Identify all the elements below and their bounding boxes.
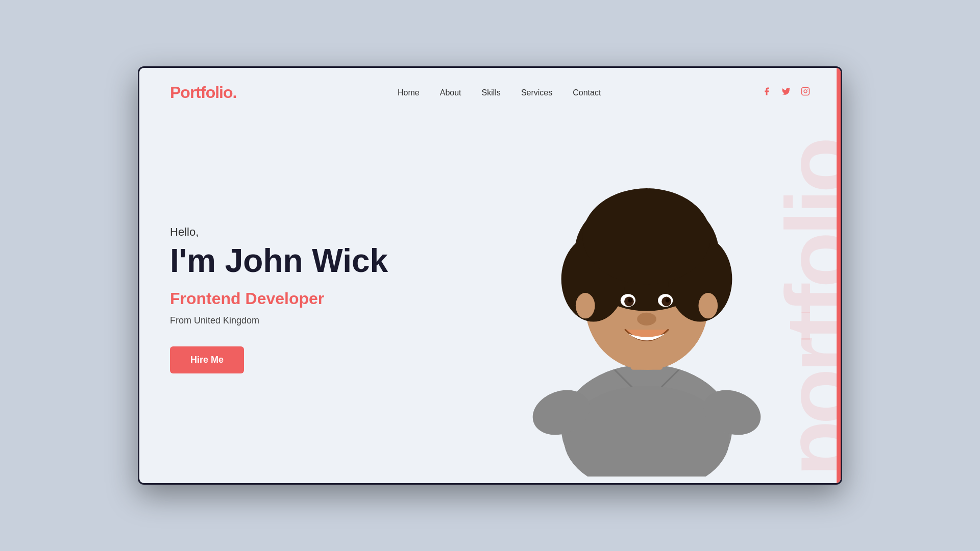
- twitter-icon[interactable]: [781, 87, 791, 98]
- hero-image-area: [494, 130, 800, 477]
- svg-point-14: [666, 298, 670, 303]
- nav-services[interactable]: Services: [521, 88, 552, 97]
- facebook-icon[interactable]: [762, 87, 771, 98]
- logo[interactable]: Portfolio.: [170, 83, 236, 102]
- nav-home[interactable]: Home: [398, 88, 420, 97]
- social-icons-group: [762, 87, 810, 98]
- nav-skills[interactable]: Skills: [482, 88, 501, 97]
- side-accent-bar: [837, 68, 841, 483]
- svg-point-8: [582, 188, 710, 284]
- hero-location: From United Kingdom: [170, 315, 425, 326]
- hero-name: I'm John Wick: [170, 243, 425, 279]
- page-content: Portfolio. Home About Skills Services Co…: [139, 68, 841, 483]
- hero-title: Frontend Developer: [170, 289, 425, 308]
- hero-section: Hello, I'm John Wick Frontend Developer …: [139, 112, 841, 477]
- person-illustration: [494, 130, 800, 477]
- hire-me-button[interactable]: Hire Me: [170, 346, 244, 373]
- browser-frame: Portfolio. Home About Skills Services Co…: [138, 66, 842, 485]
- greeting-text: Hello,: [170, 226, 425, 239]
- instagram-icon[interactable]: [801, 87, 810, 98]
- svg-point-15: [637, 313, 656, 325]
- hero-text-block: Hello, I'm John Wick Frontend Developer …: [170, 215, 425, 373]
- svg-point-16: [576, 293, 595, 318]
- navigation: Home About Skills Services Contact: [398, 88, 601, 97]
- nav-contact[interactable]: Contact: [573, 88, 601, 97]
- svg-point-13: [628, 298, 632, 303]
- svg-rect-0: [801, 88, 809, 95]
- nav-about[interactable]: About: [440, 88, 461, 97]
- header: Portfolio. Home About Skills Services Co…: [139, 68, 841, 112]
- svg-point-17: [698, 293, 718, 318]
